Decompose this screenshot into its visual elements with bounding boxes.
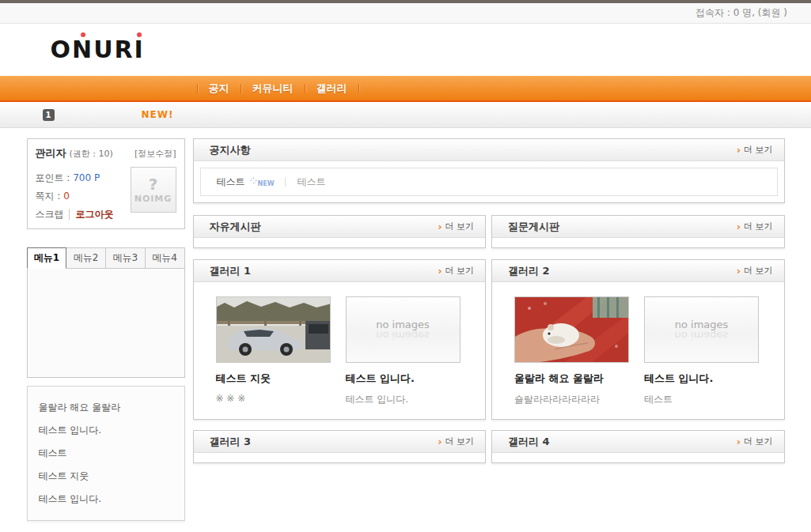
- new-flag-label: NEW!: [142, 109, 174, 120]
- gallery2-title: 갤러리 2: [508, 264, 550, 278]
- logo-letter: O: [51, 36, 73, 63]
- gallery4-title: 갤러리 4: [508, 435, 550, 449]
- list-item[interactable]: 울랄라 해요 울랄라: [39, 396, 173, 419]
- logout-link[interactable]: 로그아웃: [69, 209, 114, 220]
- no-images-label: no images: [675, 319, 729, 330]
- sidebar-latest-list: 울랄라 해요 울랄라 테스트 입니다. 테스트 테스트 지웃 테스트 입니다.: [27, 386, 185, 521]
- free-board-title: 자유게시판: [210, 220, 261, 234]
- admin-grade: (권한 : 10): [70, 148, 113, 160]
- notice-box: 공지사항 › 더 보기 테스트 NEW 테스트: [193, 138, 785, 203]
- gallery2-no-image-placeholder: no images no images: [644, 296, 759, 363]
- no-images-label: no images: [376, 319, 430, 330]
- more-arrow-icon: ›: [438, 221, 442, 232]
- scrap-link[interactable]: 스크랩: [36, 209, 64, 220]
- page-number-badge[interactable]: 1: [43, 109, 55, 121]
- more-label: 더 보기: [744, 436, 773, 447]
- sidebar-menu-tabs: 메뉴1 메뉴2 메뉴3 메뉴4: [27, 247, 185, 269]
- list-item[interactable]: 테스트 지웃: [39, 465, 173, 488]
- qna-board-more-link[interactable]: › 더 보기: [737, 221, 772, 232]
- notice-more-link[interactable]: › 더 보기: [737, 144, 772, 156]
- gallery-item-caption[interactable]: 테스트 입니다.: [644, 372, 759, 386]
- gallery-item: no images no images 테스트 입니다. 테스트 입니다.: [346, 296, 460, 406]
- point-value: 700 P: [73, 172, 100, 183]
- tab-menu4[interactable]: 메뉴4: [146, 247, 185, 269]
- no-images-reflection: no images: [675, 330, 729, 341]
- qna-board-box: 질문게시판 › 더 보기: [491, 215, 785, 248]
- sidebar-tab-panel: [27, 268, 185, 378]
- gallery4-box: 갤러리 4 › 더 보기: [491, 430, 785, 463]
- list-item[interactable]: 테스트: [39, 442, 173, 465]
- gallery-item: 울랄라 해요 울랄라 숄랄라라라라라라라: [514, 296, 629, 406]
- more-label: 더 보기: [744, 265, 773, 277]
- logo-letter: U: [93, 36, 114, 63]
- gallery-item-subtext: 테스트: [644, 393, 759, 406]
- nav-item-gallery[interactable]: 갤러리: [305, 81, 358, 96]
- new-badge-label: NEW: [258, 180, 275, 187]
- tab-menu3[interactable]: 메뉴3: [106, 247, 146, 269]
- site-logo[interactable]: O N U R I: [51, 36, 145, 63]
- tab-menu2[interactable]: 메뉴2: [66, 247, 106, 269]
- no-images-reflection: no images: [376, 330, 430, 341]
- gallery2-more-link[interactable]: › 더 보기: [737, 265, 772, 277]
- profile-noimage-placeholder: ? NOIMG: [131, 167, 176, 213]
- gallery-item-caption[interactable]: 테스트 지웃: [216, 372, 331, 386]
- gallery3-box: 갤러리 3 › 더 보기: [193, 430, 487, 463]
- qna-board-title: 질문게시판: [508, 220, 559, 234]
- more-label: 더 보기: [445, 265, 475, 277]
- free-board-box: 자유게시판 › 더 보기: [193, 215, 487, 248]
- logo-letter: N: [72, 36, 93, 63]
- logo-letter: I: [135, 36, 145, 63]
- gallery4-more-link[interactable]: › 더 보기: [737, 436, 772, 447]
- more-arrow-icon: ›: [737, 266, 741, 277]
- memo-count: 0: [63, 191, 70, 202]
- gallery2-thumbnail-hamster-photo[interactable]: [514, 296, 629, 363]
- gallery1-thumbnail-car-photo[interactable]: [216, 296, 331, 363]
- more-arrow-icon: ›: [737, 436, 741, 447]
- gallery2-box: 갤러리 2 › 더 보기: [491, 259, 785, 420]
- gallery1-no-image-placeholder: no images no images: [346, 296, 460, 363]
- main-column: 공지사항 › 더 보기 테스트 NEW 테스트: [193, 138, 785, 521]
- notice-post-link[interactable]: 테스트: [297, 175, 325, 189]
- gallery-item-subtext: 테스트 입니다.: [346, 393, 460, 406]
- gallery-item-rating: ※ ※ ※: [216, 393, 331, 404]
- edit-profile-link[interactable]: [정보수정]: [135, 148, 176, 160]
- sidebar: 관리자 (권한 : 10) [정보수정] 포인트 : 700 P 쪽지 : 0 …: [27, 138, 185, 521]
- site-header: O N U R I: [0, 24, 811, 76]
- more-label: 더 보기: [445, 436, 475, 447]
- gallery1-box: 갤러리 1 › 더 보기: [193, 259, 487, 420]
- gallery-item-caption[interactable]: 테스트 입니다.: [346, 372, 460, 386]
- logo-letter: R: [115, 36, 135, 63]
- tab-menu1[interactable]: 메뉴1: [27, 247, 67, 269]
- nav-item-notice[interactable]: 공지: [198, 81, 241, 96]
- more-arrow-icon: ›: [737, 145, 741, 156]
- noimg-label: NOIMG: [135, 194, 172, 204]
- free-board-more-link[interactable]: › 더 보기: [438, 221, 474, 232]
- more-arrow-icon: ›: [737, 221, 741, 232]
- gallery-item: 테스트 지웃 ※ ※ ※: [216, 296, 331, 406]
- visitor-count: 접속자 : 0 명, (회원 ): [695, 6, 787, 20]
- sub-nav-bar: 1 NEW!: [0, 102, 811, 128]
- top-status-bar: 접속자 : 0 명, (회원 ): [0, 3, 811, 24]
- nav-item-community[interactable]: 커뮤니티: [241, 81, 305, 96]
- gallery-item-subtext: 숄랄라라라라라라라: [514, 393, 629, 406]
- gallery-item: no images no images 테스트 입니다. 테스트: [644, 296, 759, 406]
- more-label: 더 보기: [445, 221, 475, 232]
- more-label: 더 보기: [744, 144, 773, 156]
- gallery3-more-link[interactable]: › 더 보기: [438, 436, 474, 447]
- car-photo-image: [217, 297, 331, 363]
- new-sparkle-icon: [250, 177, 257, 184]
- point-label: 포인트 :: [36, 172, 70, 183]
- admin-info-box: 관리자 (권한 : 10) [정보수정] 포인트 : 700 P 쪽지 : 0 …: [27, 138, 185, 229]
- main-nav: 공지 커뮤니티 갤러리: [0, 76, 811, 102]
- more-arrow-icon: ›: [438, 266, 442, 277]
- notice-post-link[interactable]: 테스트: [217, 175, 245, 189]
- list-item[interactable]: 테스트 입니다.: [39, 488, 173, 511]
- question-mark-icon: ?: [149, 176, 158, 192]
- more-label: 더 보기: [744, 221, 773, 232]
- gallery-item-caption[interactable]: 울랄라 해요 울랄라: [514, 372, 629, 386]
- gallery1-more-link[interactable]: › 더 보기: [438, 265, 474, 277]
- list-item[interactable]: 테스트 입니다.: [39, 419, 173, 442]
- notice-list: 테스트 NEW 테스트: [200, 168, 778, 196]
- memo-label: 쪽지 :: [36, 191, 61, 202]
- more-arrow-icon: ›: [438, 436, 442, 447]
